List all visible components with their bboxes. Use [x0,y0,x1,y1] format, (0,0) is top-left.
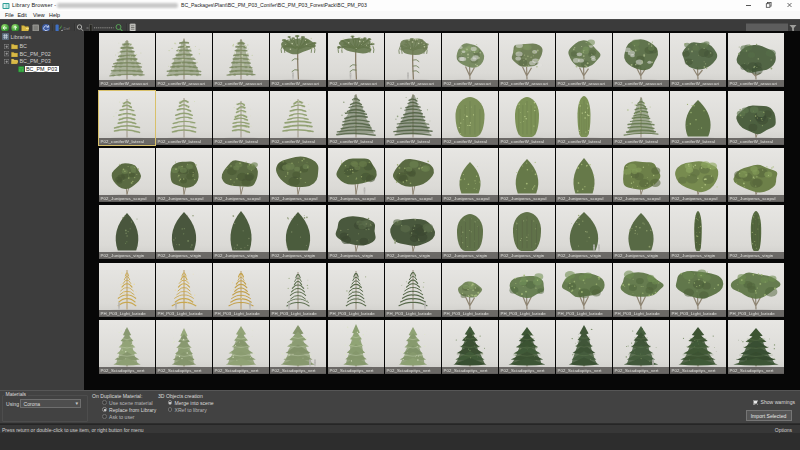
svg-text:P02_coniferW_araucari: P02_coniferW_araucari [387,81,434,86]
svg-text:PH_P03_Light_larixde: PH_P03_Light_larixde [730,311,776,316]
svg-text:P02_coniferW_araucari: P02_coniferW_araucari [444,81,491,86]
svg-text:P02_coniferW_araucari: P02_coniferW_araucari [501,81,548,86]
svg-text:P02_coniferW_araucari: P02_coniferW_araucari [730,81,777,86]
svg-text:P02_Sciadopitys_vert: P02_Sciadopitys_vert [101,368,146,373]
svg-text:P02_Juniperus_scopul: P02_Juniperus_scopul [101,196,147,201]
svg-text:P02_Juniperus_scopul: P02_Juniperus_scopul [444,196,490,201]
svg-text:P02_coniferW_lateral: P02_coniferW_lateral [387,139,430,144]
svg-text:PH_P03_Light_larixde: PH_P03_Light_larixde [272,311,318,316]
svg-text:P02_coniferW_araucari: P02_coniferW_araucari [158,81,205,86]
svg-text:PH_P03_Light_larixde: PH_P03_Light_larixde [158,311,204,316]
svg-text:P02_Juniperus_scopul: P02_Juniperus_scopul [730,196,776,201]
svg-text:P02_coniferW_araucari: P02_coniferW_araucari [330,81,377,86]
svg-text:PH_P03_Light_larixde: PH_P03_Light_larixde [501,311,547,316]
svg-text:P02_Juniperus_scopul: P02_Juniperus_scopul [672,196,718,201]
svg-text:PH_P03_Light_larixde: PH_P03_Light_larixde [615,311,661,316]
svg-text:P02_coniferW_araucari: P02_coniferW_araucari [215,81,262,86]
svg-text:PH_P03_Light_larixde: PH_P03_Light_larixde [215,311,261,316]
svg-text:P02_Sciadopitys_vert: P02_Sciadopitys_vert [215,368,260,373]
svg-text:P02_Juniperus_virgin: P02_Juniperus_virgin [215,253,259,258]
svg-text:P02_coniferW_lateral: P02_coniferW_lateral [272,139,315,144]
svg-text:P02_Juniperus_virgin: P02_Juniperus_virgin [158,253,202,258]
svg-text:P02_Juniperus_virgin: P02_Juniperus_virgin [672,253,716,258]
svg-text:P02_coniferW_araucari: P02_coniferW_araucari [615,81,662,86]
svg-text:P02_Juniperus_virgin: P02_Juniperus_virgin [272,253,316,258]
svg-text:P02_coniferW_lateral: P02_coniferW_lateral [330,139,373,144]
svg-text:P02_Sciadopitys_vert: P02_Sciadopitys_vert [672,368,717,373]
svg-text:P02_Juniperus_scopul: P02_Juniperus_scopul [272,196,318,201]
svg-text:PH_P03_Light_larixde: PH_P03_Light_larixde [444,311,490,316]
svg-text:P02_Juniperus_scopul: P02_Juniperus_scopul [215,196,261,201]
svg-text:P02_coniferW_lateral: P02_coniferW_lateral [444,139,487,144]
svg-text:P02_coniferW_lateral: P02_coniferW_lateral [558,139,601,144]
svg-text:P02_Juniperus_scopul: P02_Juniperus_scopul [330,196,376,201]
svg-text:P02_Juniperus_scopul: P02_Juniperus_scopul [558,196,604,201]
svg-text:P02_Sciadopitys_vert: P02_Sciadopitys_vert [158,368,203,373]
svg-text:PH_P03_Light_larixde: PH_P03_Light_larixde [101,311,147,316]
svg-text:P02_Juniperus_virgin: P02_Juniperus_virgin [730,253,774,258]
svg-text:P02_coniferW_lateral: P02_coniferW_lateral [158,139,201,144]
svg-text:PH_P03_Light_larixde: PH_P03_Light_larixde [387,311,433,316]
svg-text:P02_Sciadopitys_vert: P02_Sciadopitys_vert [272,368,317,373]
svg-text:P02_Sciadopitys_vert: P02_Sciadopitys_vert [730,368,775,373]
svg-text:P02_Juniperus_virgin: P02_Juniperus_virgin [330,253,374,258]
svg-text:P02_Juniperus_virgin: P02_Juniperus_virgin [615,253,659,258]
svg-text:P02_coniferW_lateral: P02_coniferW_lateral [215,139,258,144]
svg-text:PH_P03_Light_larixde: PH_P03_Light_larixde [330,311,376,316]
svg-text:P02_Juniperus_scopul: P02_Juniperus_scopul [501,196,547,201]
svg-text:P02_coniferW_araucari: P02_coniferW_araucari [272,81,319,86]
svg-text:P02_Juniperus_virgin: P02_Juniperus_virgin [101,253,145,258]
svg-text:P02_Sciadopitys_vert: P02_Sciadopitys_vert [558,368,603,373]
svg-text:P02_coniferW_araucari: P02_coniferW_araucari [101,81,148,86]
svg-text:P02_Juniperus_virgin: P02_Juniperus_virgin [387,253,431,258]
svg-text:P02_Juniperus_virgin: P02_Juniperus_virgin [501,253,545,258]
svg-text:P02_Sciadopitys_vert: P02_Sciadopitys_vert [387,368,432,373]
svg-text:P02_coniferW_araucari: P02_coniferW_araucari [672,81,719,86]
svg-text:P02_coniferW_lateral: P02_coniferW_lateral [672,139,715,144]
svg-text:P02_coniferW_araucari: P02_coniferW_araucari [558,81,605,86]
svg-text:P02_Sciadopitys_vert: P02_Sciadopitys_vert [330,368,375,373]
svg-text:P02_Juniperus_scopul: P02_Juniperus_scopul [387,196,433,201]
svg-text:P02_Sciadopitys_vert: P02_Sciadopitys_vert [444,368,489,373]
svg-text:P02_coniferW_lateral: P02_coniferW_lateral [501,139,544,144]
svg-text:P02_Juniperus_virgin: P02_Juniperus_virgin [558,253,602,258]
svg-text:PH_P03_Light_larixde: PH_P03_Light_larixde [672,311,718,316]
svg-text:P02_Juniperus_virgin: P02_Juniperus_virgin [444,253,488,258]
svg-text:P02_coniferW_lateral: P02_coniferW_lateral [101,139,144,144]
svg-text:P02_coniferW_lateral: P02_coniferW_lateral [615,139,658,144]
svg-text:P02_Juniperus_scopul: P02_Juniperus_scopul [615,196,661,201]
svg-text:P02_coniferW_lateral: P02_coniferW_lateral [730,139,773,144]
svg-text:P02_Sciadopitys_vert: P02_Sciadopitys_vert [615,368,660,373]
svg-text:PH_P03_Light_larixde: PH_P03_Light_larixde [558,311,604,316]
svg-text:P02_Sciadopitys_vert: P02_Sciadopitys_vert [501,368,546,373]
svg-text:P02_Juniperus_scopul: P02_Juniperus_scopul [158,196,204,201]
